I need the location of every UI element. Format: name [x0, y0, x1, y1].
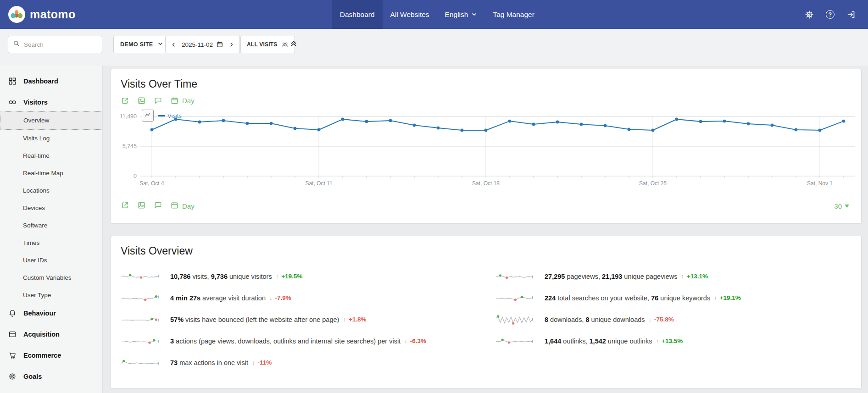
visits-chart-area: 11,4905,7450Sat, Oct 4Sat, Oct 11Sat, Oc… [116, 113, 859, 190]
sidebar-item-times[interactable]: Times [0, 234, 102, 252]
segment-selector[interactable]: ALL VISITS [240, 36, 295, 53]
nav-item-label: Dashboard [340, 11, 375, 19]
sparkline [121, 270, 159, 283]
export-icon[interactable] [121, 96, 129, 105]
svg-text:Sat, Oct 18: Sat, Oct 18 [472, 180, 500, 187]
visits-over-time-card: Visits Over Time Day Visits 11,4905,7450… [111, 69, 862, 224]
legend-series-visits[interactable]: Visits [158, 112, 182, 119]
sidebar-item-partial[interactable] [0, 388, 102, 393]
chart-legend: Visits [142, 110, 182, 122]
export-icon[interactable] [121, 201, 129, 211]
export-image-icon[interactable] [137, 96, 146, 105]
stats-column-right: 27,295 pageviews, 21,193 unique pageview… [495, 266, 741, 352]
sidebar-item-custom-variables[interactable]: Custom Variables [0, 269, 102, 287]
svg-text:11,490: 11,490 [120, 113, 137, 120]
sidebar: DashboardVisitorsOverviewVisits LogReal-… [0, 66, 103, 393]
annotations-icon[interactable] [154, 201, 162, 211]
stat-text: 3 actions (page views, downloads, outlin… [170, 338, 401, 345]
chevron-down-icon [157, 41, 163, 48]
export-image-icon[interactable] [137, 201, 146, 211]
sidebar-item-real-time[interactable]: Real-time [0, 147, 102, 165]
date-picker[interactable]: 2025-11-02 [165, 36, 240, 53]
svg-text:Sat, Oct 25: Sat, Oct 25 [639, 180, 667, 187]
nav-item-tag-manager[interactable]: Tag Manager [485, 0, 542, 29]
sidebar-item-dashboard[interactable]: Dashboard [0, 72, 102, 90]
visits-line-chart[interactable]: 11,4905,7450Sat, Oct 4Sat, Oct 11Sat, Oc… [116, 113, 859, 190]
search-box[interactable] [8, 36, 102, 53]
sidebar-item-goals[interactable]: Goals [0, 367, 102, 386]
sidebar-item-overview[interactable]: Overview [0, 111, 102, 130]
brand-wordmark: matomo [30, 8, 76, 21]
percent-change: +19.5% [281, 273, 302, 280]
stat-text: 1,644 outlinks, 1,542 unique outlinks [545, 338, 652, 345]
site-selector[interactable]: DEMO SITE [113, 36, 170, 53]
bell-icon [8, 309, 17, 317]
period-selector[interactable]: Day [170, 201, 195, 211]
svg-text:Sat, Nov 1: Sat, Nov 1 [807, 180, 833, 187]
sidebar-item-user-ids[interactable]: User IDs [0, 252, 102, 269]
sidebar-item-ecommerce[interactable]: Ecommerce [0, 346, 102, 365]
sidebar-category-label: Goals [23, 372, 42, 381]
stat-row: 10,786 visits, 9,736 unique visitors↑+19… [121, 266, 426, 287]
nav-item-label: Tag Manager [493, 11, 534, 19]
legend-dash [158, 115, 165, 116]
sparkline [495, 292, 534, 304]
period-label: Day [182, 97, 195, 105]
sidebar-item-visitors[interactable]: Visitors [0, 93, 102, 111]
stat-text: 8 downloads, 8 unique downloads [545, 316, 645, 323]
next-period-button[interactable] [228, 42, 234, 48]
nav-item-label: English [445, 11, 468, 19]
settings-button[interactable] [799, 0, 820, 29]
line-chart-icon [144, 111, 152, 121]
window-icon [8, 330, 17, 338]
nav-item-dashboard[interactable]: Dashboard [332, 0, 383, 29]
sparkline [121, 292, 159, 304]
search-icon [13, 40, 20, 49]
gear-icon [805, 10, 814, 19]
svg-text:0: 0 [134, 173, 137, 179]
trend-up-arrow-icon: ↑ [656, 338, 659, 344]
percent-change: -7.9% [275, 294, 291, 301]
sidebar-item-acquisition[interactable]: Acquisition [0, 325, 102, 343]
percent-change: -6.3% [410, 338, 426, 344]
trend-up-arrow-icon: ↑ [681, 273, 684, 280]
stat-text: 73 max actions in one visit [170, 359, 248, 366]
row-limit-selector[interactable]: 30 [834, 202, 849, 210]
stat-row: 57% visits have bounced (left the websit… [121, 309, 426, 330]
sidebar-item-user-type[interactable]: User Type [0, 287, 102, 304]
row-limit-value: 30 [834, 202, 842, 210]
search-input[interactable] [24, 41, 97, 48]
chart-type-button[interactable] [142, 110, 154, 122]
sidebar-item-software[interactable]: Software [0, 217, 102, 234]
svg-text:5,745: 5,745 [122, 143, 137, 149]
stat-row: 8 downloads, 8 unique downloads↓-75.8% [495, 309, 741, 330]
nav-item-all-websites[interactable]: All Websites [383, 0, 437, 29]
sparkline [495, 270, 534, 283]
nav-item-english[interactable]: English [437, 0, 485, 29]
collapse-all-button[interactable] [289, 39, 298, 49]
signout-button[interactable] [840, 0, 862, 29]
stat-text: 10,786 visits, 9,736 unique visitors [170, 273, 272, 280]
sparkline [121, 313, 159, 326]
annotations-icon[interactable] [154, 96, 162, 105]
period-selector[interactable]: Day [170, 96, 195, 105]
trend-up-arrow-icon: ↑ [343, 316, 346, 323]
period-label: Day [182, 202, 195, 210]
calendar-icon [216, 41, 223, 48]
sidebar-item-behaviour[interactable]: Behaviour [0, 304, 102, 322]
segment-selector-label: ALL VISITS [247, 41, 277, 48]
sidebar-item-locations[interactable]: Locations [0, 182, 102, 199]
sidebar-item-visits-log[interactable]: Visits Log [0, 130, 102, 147]
help-button[interactable]: ? [820, 0, 840, 29]
sidebar-item-real-time-map[interactable]: Real-time Map [0, 165, 102, 182]
matomo-logo[interactable]: matomo [8, 0, 76, 29]
previous-period-button[interactable] [171, 42, 177, 48]
signout-icon [846, 10, 856, 19]
stat-row: 1,644 outlinks, 1,542 unique outlinks↑+1… [495, 330, 741, 352]
sidebar-item-devices[interactable]: Devices [0, 199, 102, 217]
sidebar-category-label: Visitors [23, 98, 48, 106]
stat-text: 4 min 27s average visit duration [170, 294, 266, 302]
stat-row: 27,295 pageviews, 21,193 unique pageview… [495, 266, 741, 287]
percent-change: +19.1% [720, 294, 741, 301]
caret-down-icon [845, 205, 849, 208]
